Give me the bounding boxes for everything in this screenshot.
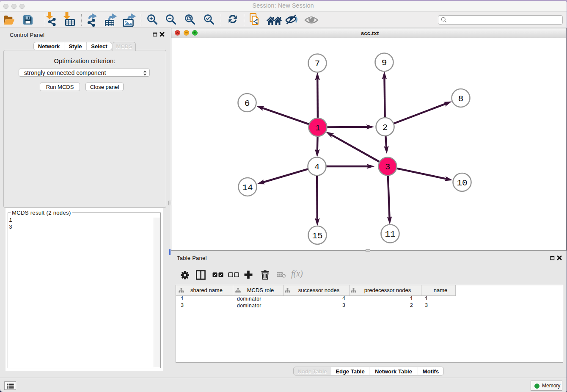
svg-text:15: 15 [312,231,322,241]
svg-text:9: 9 [382,58,387,68]
svg-text:6: 6 [245,99,250,108]
svg-text:10: 10 [457,178,467,188]
svg-text:14: 14 [242,183,253,193]
svg-text:4: 4 [314,162,320,172]
svg-text:8: 8 [458,94,464,104]
svg-text:3: 3 [385,162,391,172]
svg-text:1: 1 [315,123,321,133]
svg-text:11: 11 [385,229,395,239]
svg-text:2: 2 [383,123,388,133]
svg-text:7: 7 [315,59,320,69]
